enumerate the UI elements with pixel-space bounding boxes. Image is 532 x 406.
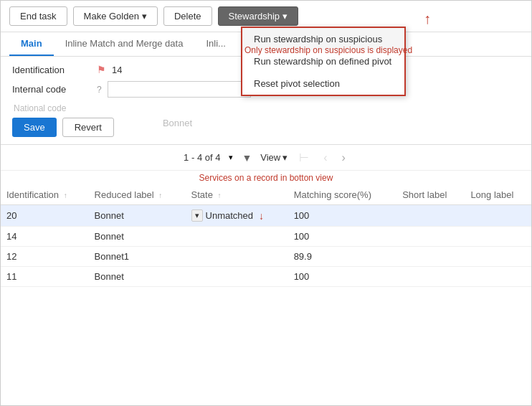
internal-code-label: Internal code — [12, 84, 91, 95]
col-id-sort-icon: ↑ — [64, 192, 67, 199]
tab-main[interactable]: Main — [9, 32, 54, 56]
filter-icon: ▼ — [242, 152, 252, 164]
tab-inline-partial[interactable]: Inli... — [194, 32, 237, 56]
form-buttons: Save Revert Bonnet — [12, 118, 520, 137]
internal-code-input[interactable] — [108, 81, 251, 98]
cell-score: 100 — [288, 227, 397, 247]
dropdown-icon: ▾ — [229, 153, 233, 162]
stewardship-menu-item-2[interactable]: Reset pivot selection — [242, 72, 404, 95]
table-header-row: Identification ↑ Reduced label ↑ State ↑ — [1, 185, 531, 205]
col-matching-score: Matching score(%) — [288, 185, 397, 205]
col-identification: Identification ↑ — [1, 185, 89, 205]
make-golden-button[interactable]: Make Golden ▾ — [73, 6, 158, 26]
cell-long-label — [465, 205, 531, 227]
bonnet-placeholder: Bonnet — [163, 118, 192, 137]
cell-score: 100 — [288, 205, 397, 227]
cell-score: 89.9 — [288, 247, 397, 267]
table-row[interactable]: 12 Bonnet1 89.9 — [1, 247, 531, 267]
cell-short-label — [396, 227, 465, 247]
cell-score: 100 — [288, 267, 397, 287]
data-table: Identification ↑ Reduced label ↑ State ↑ — [1, 185, 531, 287]
main-container: End task Make Golden ▾ Delete Stewardshi… — [0, 0, 532, 406]
col-reduced-label: Reduced label ↑ — [89, 185, 186, 205]
cell-id: 20 — [1, 205, 89, 227]
cell-id: 11 — [1, 267, 89, 287]
identification-label: Identification — [12, 65, 91, 75]
prev-page-button[interactable]: ‹ — [320, 150, 330, 166]
col-state-sort-icon: ↑ — [218, 192, 222, 199]
state-value: Unmatched — [206, 210, 253, 221]
stewardship-button[interactable]: Stewardship ▾ — [218, 6, 299, 26]
table-wrapper: Identification ↑ Reduced label ↑ State ↑ — [1, 185, 531, 405]
cell-state — [186, 227, 288, 247]
stewardship-arrow-icon: ↑ — [424, 11, 431, 27]
cell-long-label — [465, 267, 531, 287]
delete-button[interactable]: Delete — [163, 6, 212, 26]
cell-short-label — [396, 205, 465, 227]
cell-short-label — [396, 267, 465, 287]
state-badge: ▾ Unmatched ↓ — [191, 209, 264, 222]
col-rl-sort-icon: ↑ — [158, 192, 162, 199]
question-icon: ? — [97, 85, 102, 95]
col-short-label: Short label — [396, 185, 465, 205]
table-row[interactable]: 20 Bonnet ▾ Unmatched ↓ 100 — [1, 205, 531, 227]
next-page-button[interactable]: › — [339, 150, 348, 166]
pagination-label: 1 - 4 of 4 — [184, 152, 220, 163]
stewardship-dropdown: Run stewardship on suspicious Run stewar… — [241, 27, 406, 96]
cell-short-label — [396, 247, 465, 267]
cell-reduced-label: Bonnet — [89, 267, 186, 287]
save-button[interactable]: Save — [12, 118, 57, 137]
col-long-label: Long label — [465, 185, 531, 205]
identification-value: 14 — [112, 65, 122, 75]
make-golden-chevron-icon: ▾ — [142, 11, 147, 22]
cell-id: 12 — [1, 247, 89, 267]
stewardship-chevron-icon: ▾ — [282, 11, 288, 22]
stewardship-annotation: Only stewardship on suspicious is displa… — [244, 45, 412, 55]
col-state: State ↑ — [186, 185, 288, 205]
id-flag-icon: ⚑ — [97, 64, 106, 75]
table-row[interactable]: 14 Bonnet 100 — [1, 227, 531, 247]
cell-id: 14 — [1, 227, 89, 247]
cell-long-label — [465, 247, 531, 267]
table-row[interactable]: 11 Bonnet 100 — [1, 267, 531, 287]
cell-long-label — [465, 227, 531, 247]
bottom-area: 1 - 4 of 4 ▾ ▼ View ▾ ⊢ ‹ › Services on … — [1, 145, 531, 405]
cell-state: ▾ Unmatched ↓ — [186, 205, 288, 227]
revert-button[interactable]: Revert — [62, 118, 114, 137]
national-code-label: National code — [14, 103, 520, 113]
end-task-button[interactable]: End task — [9, 6, 67, 26]
cell-state — [186, 247, 288, 267]
first-page-button[interactable]: ⊢ — [296, 149, 312, 166]
state-arrow-icon: ↓ — [259, 210, 264, 222]
toolbar: End task Make Golden ▾ Delete Stewardshi… — [1, 1, 531, 32]
cell-reduced-label: Bonnet1 — [89, 247, 186, 267]
tab-inline-match[interactable]: Inline Match and Merge data — [54, 32, 195, 56]
cell-state — [186, 267, 288, 287]
cell-reduced-label: Bonnet — [89, 227, 186, 247]
state-dropdown-btn[interactable]: ▾ — [191, 209, 203, 222]
services-annotation: Services on a record in botton view — [1, 171, 531, 185]
view-button[interactable]: View ▾ — [260, 152, 288, 163]
view-chevron-icon: ▾ — [282, 152, 288, 163]
cell-reduced-label: Bonnet — [89, 205, 186, 227]
table-toolbar: 1 - 4 of 4 ▾ ▼ View ▾ ⊢ ‹ › — [1, 145, 531, 171]
